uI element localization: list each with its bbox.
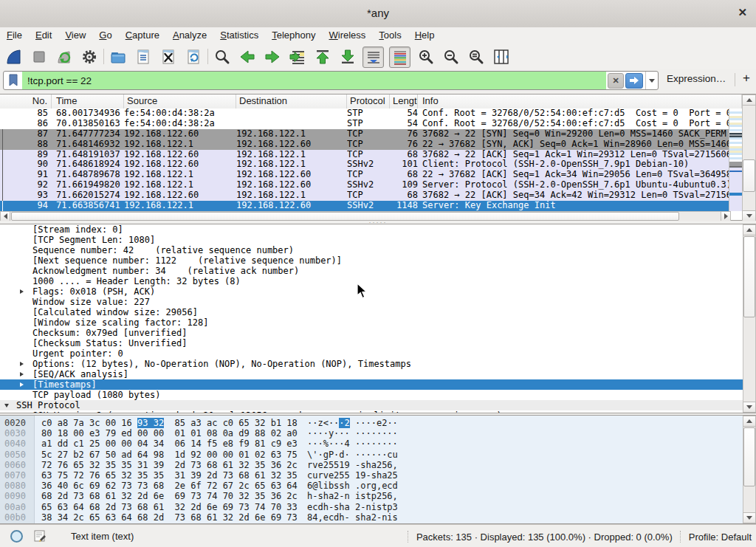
hex-row[interactable]: 00a065 63 64 68 2d 73 68 61 32 2d 6e 69 … — [0, 502, 741, 512]
add-filter-button[interactable]: + — [743, 71, 750, 86]
menu-go[interactable]: Go — [92, 27, 118, 44]
go-to-packet-icon[interactable] — [287, 47, 307, 66]
scroll-down-icon[interactable] — [743, 402, 756, 413]
expert-info-icon[interactable] — [10, 530, 23, 543]
packet-row-94[interactable]: 9471.663856741192.168.122.1192.168.122.6… — [0, 201, 729, 211]
scroll-thumb[interactable] — [743, 159, 755, 192]
menu-view[interactable]: View — [58, 27, 92, 44]
menu-wireless[interactable]: Wireless — [323, 27, 373, 44]
next-packet-icon[interactable] — [262, 47, 282, 66]
detail-line[interactable]: [Timestamps] — [0, 379, 756, 390]
scroll-right-icon[interactable] — [721, 211, 731, 221]
expand-arrow-icon[interactable] — [20, 289, 24, 294]
detail-line[interactable]: [Checksum Status: Unverified] — [0, 338, 756, 348]
stop-capture-icon[interactable] — [29, 47, 49, 66]
close-file-icon[interactable] — [158, 47, 178, 66]
packet-row-93[interactable]: 9371.662015274192.168.122.60192.168.122.… — [0, 190, 729, 201]
capture-options-icon[interactable] — [79, 47, 99, 66]
reload-file-icon[interactable] — [183, 47, 203, 66]
hex-ascii[interactable]: curve255 19-sha25 — [307, 470, 398, 481]
bytes-vscrollbar[interactable] — [743, 416, 756, 523]
find-packet-icon[interactable] — [212, 47, 232, 66]
open-file-icon[interactable] — [108, 47, 128, 66]
hex-bytes[interactable]: c0 a8 7a 3c 00 16 93 32 85 a3 ac c0 65 3… — [41, 418, 298, 428]
hex-ascii[interactable]: rve25519 -sha256, — [307, 460, 398, 470]
detail-line[interactable]: Checksum: 0x79ed [unverified] — [0, 328, 756, 338]
details-vscrollbar[interactable] — [743, 224, 756, 413]
menu-file[interactable]: File — [0, 27, 29, 44]
filter-history-dropdown-icon[interactable] — [645, 72, 658, 89]
expression-button[interactable]: Expression… — [667, 73, 726, 84]
detail-line[interactable]: Acknowledgment number: 34 (relative ack … — [0, 266, 756, 276]
column-header-length[interactable]: Length — [390, 94, 418, 109]
hex-row[interactable]: 00b038 34 2c 65 63 64 68 2d 73 68 61 32 … — [0, 512, 741, 523]
hex-bytes[interactable]: 38 34 2c 65 63 64 68 2d 73 68 61 32 2d 6… — [41, 512, 298, 523]
hex-row[interactable]: 0020c0 a8 7a 3c 00 16 93 32 85 a3 ac c0 … — [0, 418, 741, 428]
menu-statistics[interactable]: Statistics — [213, 27, 265, 44]
hex-ascii[interactable]: 84,ecdh- sha2-nis — [307, 512, 398, 523]
hex-bytes[interactable]: 36 40 6c 69 62 73 73 68 2e 6f 72 67 2c 6… — [41, 481, 298, 491]
hex-row[interactable]: 00505c 27 b2 67 50 ad 64 98 1d 92 00 00 … — [0, 450, 741, 460]
first-packet-icon[interactable] — [312, 47, 332, 66]
packet-row-92[interactable]: 9271.661949820192.168.122.1192.168.122.6… — [0, 180, 729, 190]
column-header-protocol[interactable]: Protocol — [347, 94, 390, 109]
hex-ascii[interactable]: h-sha2-n istp256, — [307, 491, 398, 501]
column-header-source[interactable]: Source — [124, 94, 236, 109]
zoom-original-icon[interactable] — [466, 47, 486, 66]
resize-columns-icon[interactable] — [491, 47, 511, 66]
hex-bytes[interactable]: 80 18 00 e3 79 ed 00 00 01 01 08 0a d9 8… — [41, 428, 298, 438]
packet-row-89[interactable]: 8971.648191037192.168.122.60192.168.122.… — [0, 150, 729, 160]
packet-row-88[interactable]: 8871.648146932192.168.122.1192.168.122.6… — [0, 140, 729, 150]
filter-bookmark-icon[interactable] — [4, 72, 22, 89]
scroll-down-icon[interactable] — [742, 210, 756, 221]
hex-bytes[interactable]: 72 76 65 32 35 35 31 39 2d 73 68 61 32 3… — [41, 460, 298, 470]
column-header-info[interactable]: Info — [418, 94, 742, 109]
packet-row-91[interactable]: 9171.648789678192.168.122.1192.168.122.6… — [0, 170, 729, 180]
auto-scroll-icon[interactable] — [362, 47, 384, 68]
detail-line[interactable]: Window size value: 227 — [0, 297, 756, 307]
scroll-thumb[interactable] — [743, 427, 755, 486]
last-packet-icon[interactable] — [337, 47, 357, 66]
scroll-up-icon[interactable] — [743, 416, 756, 427]
detail-line[interactable]: TCP payload (1080 bytes) — [0, 390, 756, 400]
hex-ascii[interactable]: ····y··· ········ — [307, 428, 398, 438]
hex-bytes[interactable]: 65 63 64 68 2d 73 68 61 32 2d 6e 69 73 7… — [41, 502, 298, 512]
hex-ascii[interactable]: ··z<···2 ····e2·· — [307, 418, 398, 428]
scroll-down-icon[interactable] — [743, 512, 756, 523]
expand-arrow-icon[interactable] — [20, 362, 24, 366]
hex-ascii[interactable]: ecdh-sha 2-nistp3 — [307, 502, 398, 512]
capture-comment-icon[interactable] — [34, 529, 47, 543]
menu-help[interactable]: Help — [408, 27, 441, 44]
collapse-arrow-icon[interactable] — [4, 404, 9, 407]
restart-capture-icon[interactable] — [54, 47, 74, 66]
hex-bytes[interactable]: 5c 27 b2 67 50 ad 64 98 1d 92 00 00 01 0… — [41, 450, 298, 460]
hex-ascii[interactable]: ···%···4 ········ — [307, 438, 398, 449]
hex-bytes[interactable]: 68 2d 73 68 61 32 2d 6e 69 73 74 70 32 3… — [41, 491, 298, 501]
zoom-in-icon[interactable] — [416, 47, 436, 66]
hex-bytes[interactable]: 63 75 72 76 65 32 35 35 31 39 2d 73 68 6… — [41, 470, 298, 481]
start-capture-icon[interactable] — [4, 47, 24, 66]
detail-line[interactable]: Flags: 0x018 (PSH, ACK) — [0, 286, 756, 297]
detail-line[interactable]: [Calculated window size: 29056] — [0, 307, 756, 317]
save-file-icon[interactable] — [133, 47, 153, 66]
previous-packet-icon[interactable] — [237, 47, 257, 66]
detail-line[interactable]: Urgent pointer: 0 — [0, 348, 756, 359]
scroll-up-icon[interactable] — [742, 94, 756, 106]
hex-row[interactable]: 003080 18 00 e3 79 ed 00 00 01 01 08 0a … — [0, 428, 741, 438]
scroll-thumb[interactable] — [743, 236, 755, 317]
hex-bytes[interactable]: a1 dd c1 25 00 00 04 34 06 14 f5 e8 f9 8… — [41, 438, 298, 449]
hex-ascii[interactable]: \'·gP·d· ······cu — [307, 450, 398, 460]
scroll-up-icon[interactable] — [743, 224, 756, 235]
hex-ascii[interactable]: 6@libssh .org,ecd — [307, 481, 398, 491]
packet-list-vscrollbar[interactable] — [742, 94, 756, 221]
detail-line[interactable]: SSH Protocol — [0, 400, 756, 410]
hex-row[interactable]: 009068 2d 73 68 61 32 2d 6e 69 73 74 70 … — [0, 491, 741, 501]
detail-line[interactable]: 1000 .... = Header Length: 32 bytes (8) — [0, 276, 756, 286]
column-header-no[interactable]: No. — [0, 94, 52, 109]
window-close-icon[interactable]: ✕ — [738, 6, 747, 19]
packet-row-90[interactable]: 9071.648618924192.168.122.60192.168.122.… — [0, 159, 729, 170]
column-header-time[interactable]: Time — [52, 94, 124, 109]
detail-line[interactable]: [SEQ/ACK analysis] — [0, 369, 756, 379]
hex-row[interactable]: 006072 76 65 32 35 35 31 39 2d 73 68 61 … — [0, 460, 741, 470]
hex-row[interactable]: 007063 75 72 76 65 32 35 35 31 39 2d 73 … — [0, 470, 741, 481]
